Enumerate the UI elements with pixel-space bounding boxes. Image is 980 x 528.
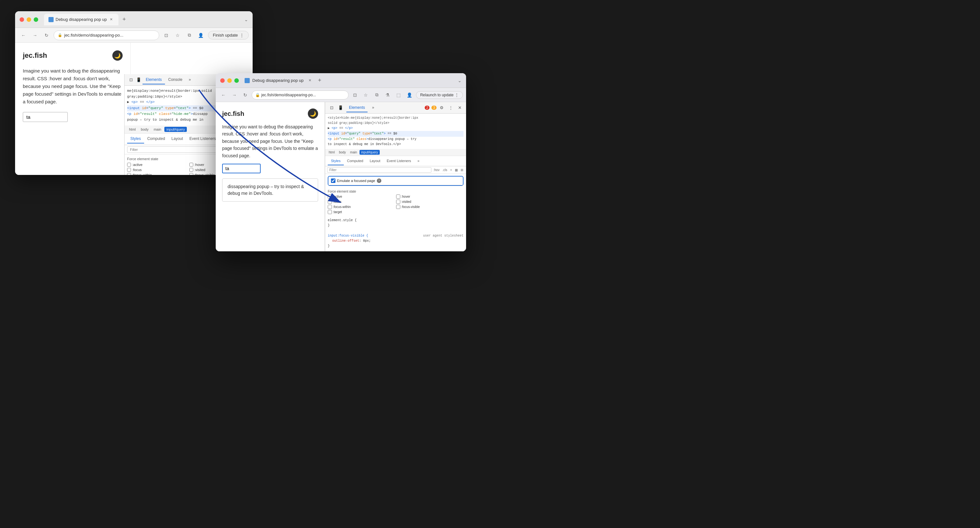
close-button-2[interactable] [220,78,225,83]
plus-btn-2[interactable]: + [449,167,453,172]
dark-mode-btn-1[interactable]: 🌙 [112,50,123,60]
state-visited-2[interactable]: :visited [396,200,463,204]
state-grid-2: :active :hover :focus :visited :focus-wi… [328,194,463,214]
filter-input-1[interactable] [127,146,217,153]
state-hover-2[interactable]: :hover [396,194,463,199]
layout-tab-1[interactable]: Layout [168,135,186,143]
toolbar-1: ← → ↻ 🔒 jec.fish/demo/disappearing-po...… [15,28,253,43]
address-bar-2[interactable]: 🔒 jec.fish/demo/disappearing-po... [252,91,348,100]
state-active-1[interactable]: :active [127,163,188,167]
devtools-tab-console-1[interactable]: Console [165,75,186,84]
devtools-more-icon-2[interactable]: ⋮ [447,104,455,112]
layout-tab-2[interactable]: Layout [367,157,383,165]
address-text-1: jec.fish/demo/disappearing-po... [64,33,123,38]
reload-button-2[interactable]: ↻ [241,91,250,100]
devtools-close-icon-2[interactable]: ✕ [456,104,463,112]
state-active-2[interactable]: :active [328,194,395,199]
new-tab-button-2[interactable]: + [315,76,324,85]
breadcrumb-body-1[interactable]: body [139,127,151,132]
minimize-button-2[interactable] [227,78,232,83]
error-badge-2: 2 [425,106,430,110]
force-state-2: Force element state :active :hover :focu… [325,188,466,216]
state-focus-1[interactable]: :focus [127,168,188,172]
profile-button-2[interactable]: 👤 [405,91,414,100]
dark-mode-btn-2[interactable]: 🌙 [308,108,318,119]
profile-button-1[interactable]: 👤 [196,31,205,40]
hov-btn-2[interactable]: :hov [433,167,441,172]
devtools-settings-icon-2[interactable]: ⚙ [438,104,445,112]
breadcrumb-main-1[interactable]: main [152,127,163,132]
devtools-tab-more-2[interactable]: » [369,103,377,112]
titlebar-dropdown-2[interactable]: ⌄ [458,78,461,83]
event-listeners-tab-1[interactable]: Event Listeners [186,135,219,143]
filter-input-2[interactable] [327,167,431,173]
new-tab-button-1[interactable]: + [120,15,129,24]
page-content-2: jec.fish 🌙 Imagine you want to debug the… [216,102,466,251]
breadcrumb-html-1[interactable]: html [127,127,138,132]
tab-close-1[interactable]: ✕ [109,17,114,22]
breadcrumb-html-2[interactable]: html [327,150,336,155]
emulate-focus-checkbox[interactable] [331,178,336,183]
demo-input-1[interactable] [23,112,68,122]
cls-btn-2[interactable]: .cls [441,167,448,172]
forward-button-2[interactable]: → [230,91,239,100]
lock-icon-2: 🔒 [255,93,260,97]
titlebar-dropdown-1[interactable]: ⌄ [244,17,248,22]
layout-icon-btn-2[interactable]: ▦ [454,167,459,172]
maximize-button-1[interactable] [34,17,38,22]
tab-close-2[interactable]: ✕ [307,78,313,83]
update-button-1[interactable]: Finish update ⋮ [208,31,249,40]
computed-tab-1[interactable]: Computed [144,135,168,143]
breadcrumb-input-1[interactable]: input#query [164,127,187,132]
update-button-2[interactable]: Relaunch to update ⋮ [416,91,463,99]
tab-favicon-2 [245,78,250,83]
reload-button-1[interactable]: ↻ [42,31,51,40]
site-panel-2: jec.fish 🌙 Imagine you want to debug the… [216,102,325,251]
forward-button-1[interactable]: → [30,31,40,40]
bookmark-button-1[interactable]: ☆ [173,31,182,40]
computed-tab-2[interactable]: Computed [344,157,367,165]
tab-title-1: Debug disappearing pop up [56,17,107,22]
devtools-device-icon-2[interactable]: 📱 [337,104,344,112]
tab-area-1: Debug disappearing pop up ✕ + [44,14,242,25]
styles-tab-1[interactable]: Styles [127,135,144,143]
demo-input-2[interactable] [222,164,261,173]
bookmark-button-2[interactable]: ☆ [361,91,371,100]
state-focus-within-1[interactable]: :focus-within [127,173,188,175]
devtools-tab-elements-2[interactable]: Elements [346,103,368,112]
extensions-button-2[interactable]: ⧉ [372,91,381,100]
active-tab-1[interactable]: Debug disappearing pop up ✕ [44,14,118,25]
devtools-tab-more-1[interactable]: » [186,75,194,84]
extensions-button-1[interactable]: ⧉ [185,31,194,40]
site-header-1: jec.fish 🌙 [23,50,123,60]
maximize-button-2[interactable] [234,78,239,83]
event-listeners-tab-2[interactable]: Event Listeners [383,157,414,165]
devtools-tab-elements-1[interactable]: Elements [143,75,165,84]
devtools-inspect-icon-2[interactable]: ⊡ [328,104,336,112]
close-button-1[interactable] [19,17,24,22]
cast-button-1[interactable]: ⊡ [162,31,171,40]
devtools-device-icon-1[interactable]: 📱 [135,76,143,84]
back-button-2[interactable]: ← [219,91,228,100]
state-focus-visible-2[interactable]: :focus-visible [396,205,463,209]
share-button-2[interactable]: ⊡ [350,91,360,100]
emulate-focus-row: Emulate a focused page ? [328,177,463,185]
breadcrumb-input-2[interactable]: input#query [360,150,379,155]
breadcrumb-body-2[interactable]: body [337,150,348,155]
styles-tab-2[interactable]: Styles [328,157,344,165]
lab-button-2[interactable]: ⚗ [383,91,392,100]
emulate-focus-help-icon[interactable]: ? [377,178,381,183]
devtools-inspect-icon-1[interactable]: ⊡ [127,76,135,84]
warning-badge-2: 3 [431,106,437,110]
more-styles-tab-2[interactable]: » [414,157,423,165]
breadcrumb-main-2[interactable]: main [348,150,359,155]
back-button-1[interactable]: ← [19,31,28,40]
sidebar-button-2[interactable]: ⬚ [394,91,403,100]
state-target-2[interactable]: :target [328,210,395,214]
minimize-button-1[interactable] [27,17,31,22]
address-bar-1[interactable]: 🔒 jec.fish/demo/disappearing-po... [54,30,159,40]
grid-icon-btn-2[interactable]: ⊞ [460,167,464,172]
state-focus-within-2[interactable]: :focus-within [328,205,395,209]
state-focus-2[interactable]: :focus [328,200,395,204]
tab-favicon-1 [48,17,54,22]
